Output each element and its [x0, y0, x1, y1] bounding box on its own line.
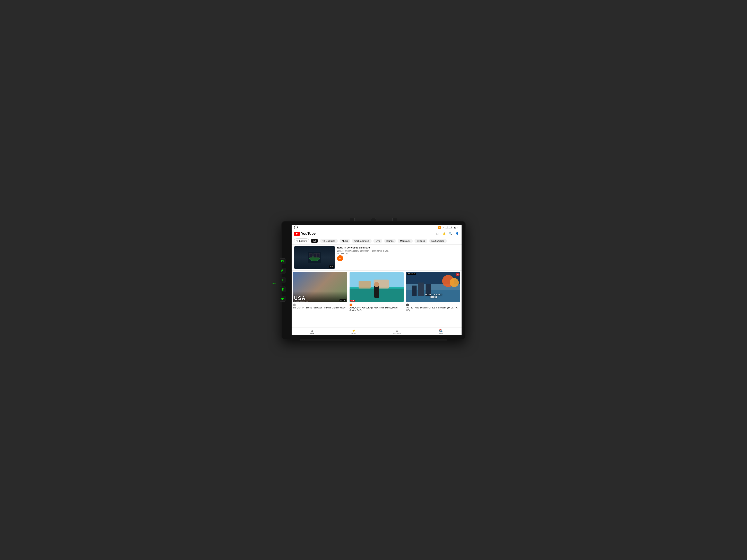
- youtube-logo: YouTube: [294, 232, 315, 236]
- video-thumb-beach: LIVE: [350, 272, 404, 302]
- youtube-logo-icon: [294, 232, 300, 236]
- usa-text: USA: [294, 295, 306, 301]
- play-triangle: [296, 233, 298, 235]
- ad-duration: 2:35: [329, 265, 334, 268]
- window-icon: ▣: [454, 226, 456, 229]
- shorts-nav-label: Shorts: [352, 332, 356, 334]
- ad-section: 2:35 Radu in pericol de eliminare Luca i…: [291, 245, 462, 271]
- filter-chip-martin[interactable]: Martin Garrix: [429, 239, 447, 243]
- account-icon[interactable]: 👤: [455, 232, 459, 236]
- explore-button[interactable]: ☉ Explore: [294, 238, 309, 243]
- cities-overlay: WORLD'S BEST CITIES: [406, 293, 460, 298]
- vol-down-button[interactable]: [280, 296, 285, 302]
- youtube-logo-text: YouTube: [301, 232, 315, 236]
- live-badge: LIVE: [350, 300, 355, 301]
- status-bar: 📶 ▾ 19:15 ▣ ◁: [291, 225, 462, 230]
- svg-point-15: [374, 282, 379, 287]
- svg-marker-1: [281, 298, 282, 300]
- 8k-badge-text: 8K: [408, 273, 410, 274]
- worlds-best-text: WORLD'S BEST: [406, 293, 460, 296]
- rst-label: RST: [273, 283, 277, 285]
- svg-marker-0: [281, 288, 282, 290]
- video-card-cities[interactable]: 8K ULTRA HD 50 WORLD'S BEST CITIES: [405, 271, 462, 327]
- ad-title: Radu in pericol de eliminare: [337, 246, 459, 249]
- home-button[interactable]: [280, 268, 285, 273]
- nav-shorts[interactable]: ⚡ Shorts: [349, 328, 358, 335]
- video-card-beach[interactable]: LIVE Avicii, Calvin Harris, Kygo, Alok, …: [348, 271, 405, 327]
- search-icon[interactable]: 🔍: [448, 232, 453, 236]
- filter-chip-music[interactable]: Music: [339, 239, 350, 243]
- usa-channel-row: [293, 303, 347, 306]
- svg-rect-6: [309, 254, 312, 258]
- status-left: [294, 225, 298, 229]
- ad-logo-888: 888: [337, 255, 343, 261]
- device-body: RST: [281, 221, 466, 339]
- filter-chip-all[interactable]: All: [311, 239, 318, 243]
- ad-badge: Ad · 888poker: [337, 252, 459, 255]
- ad-info: Radu in pericol de eliminare Luca isi pr…: [337, 246, 459, 269]
- library-nav-label: Library: [439, 332, 443, 334]
- svg-rect-11: [359, 281, 371, 289]
- youtube-header: YouTube □ 🔔 🔍 👤: [291, 230, 462, 237]
- compass-icon: ☉: [296, 239, 298, 242]
- filter-chip-villages[interactable]: Villages: [414, 239, 427, 243]
- usa-video-title: The USA 4K - Scenic Relaxation Film With…: [293, 306, 347, 309]
- youtube-header-icons: □ 🔔 🔍 👤: [435, 232, 459, 236]
- beach-video-info: Avicii, Calvin Harris, Kygo, Alok, Robin…: [350, 302, 404, 313]
- svg-rect-8: [316, 254, 320, 258]
- subscriptions-nav-label: Subscriptions: [393, 332, 401, 334]
- back-button[interactable]: [280, 277, 285, 283]
- vol-up-button[interactable]: [280, 287, 285, 292]
- nav-library[interactable]: 📚 Library: [437, 328, 445, 335]
- beach-channel-icon: [350, 303, 353, 306]
- power-button[interactable]: [280, 258, 285, 264]
- film-label: 4K Scenic Relaxation Film: [294, 301, 308, 302]
- filter-bar: ☉ Explore All 4K resolution Music Chill-…: [291, 237, 462, 245]
- library-nav-icon: 📚: [439, 329, 442, 332]
- side-button-panel: RST: [280, 258, 285, 302]
- home-nav-icon: ⌂: [311, 329, 313, 332]
- home-button-circle[interactable]: [294, 225, 298, 229]
- bottom-mount: [300, 339, 447, 341]
- svg-point-19: [450, 278, 459, 287]
- cities-video-title: TOP 50 - Most Beautiful CITIES in the Wo…: [406, 306, 460, 312]
- home-nav-label: Home: [310, 332, 314, 334]
- video-thumb-cities: 8K ULTRA HD 50 WORLD'S BEST CITIES: [406, 272, 460, 302]
- video-card-usa[interactable]: USA 1:01:02 4K Scenic Relaxation Film Th…: [291, 271, 348, 327]
- filter-chip-4k[interactable]: 4K resolution: [320, 239, 338, 243]
- bluetooth-icon: 📶: [438, 226, 441, 229]
- ad-thumbnail[interactable]: 2:35: [294, 246, 335, 269]
- cities-channel-icon: [406, 303, 409, 306]
- main-content: 2:35 Radu in pericol de eliminare Luca i…: [291, 245, 462, 335]
- status-time: 19:15: [445, 226, 452, 229]
- videos-grid: USA 1:01:02 4K Scenic Relaxation Film Th…: [291, 271, 462, 327]
- 8k-badge-container: 8K ULTRA HD: [407, 273, 416, 275]
- shorts-nav-icon: ⚡: [352, 329, 355, 332]
- beach-scene-svg: [350, 272, 404, 302]
- poker-scene-svg: [308, 252, 321, 263]
- wifi-icon: ▾: [442, 226, 444, 229]
- subscriptions-nav-icon: ▤: [396, 329, 398, 332]
- video-thumb-usa: USA 1:01:02 4K Scenic Relaxation Film: [293, 272, 347, 302]
- 50-badge: 50: [456, 273, 460, 276]
- usa-duration: 1:01:02: [339, 299, 346, 301]
- filter-chip-live[interactable]: Live: [373, 239, 382, 243]
- cities-video-info: TOP 50 - Most Beautiful CITIES in the Wo…: [406, 302, 460, 313]
- bottom-nav: ⌂ Home ⚡ Shorts ▤ Subscriptions 📚 Librar…: [291, 327, 462, 335]
- beach-channel-row: [350, 303, 404, 306]
- filter-chip-chillout[interactable]: Chill-out music: [352, 239, 371, 243]
- nav-subscriptions[interactable]: ▤ Subscriptions: [391, 328, 404, 335]
- filter-chip-mountains[interactable]: Mountains: [398, 239, 413, 243]
- ad-subtitle: Luca isi prezerva stackul 888poker – Fac…: [337, 250, 459, 252]
- nav-home[interactable]: ⌂ Home: [308, 328, 316, 335]
- device-frame: RST: [281, 221, 466, 339]
- usa-channel-icon: [293, 303, 296, 306]
- usa-video-info: The USA 4K - Scenic Relaxation Film With…: [293, 302, 347, 310]
- svg-rect-7: [313, 254, 316, 258]
- explore-label: Explore: [299, 240, 307, 242]
- cast-icon[interactable]: □: [435, 232, 439, 236]
- ultra-hd-text: ULTRA HD: [410, 273, 415, 274]
- filter-chip-islands[interactable]: Islands: [384, 239, 396, 243]
- bell-icon[interactable]: 🔔: [442, 232, 446, 236]
- back-nav-icon[interactable]: ◁: [458, 226, 459, 229]
